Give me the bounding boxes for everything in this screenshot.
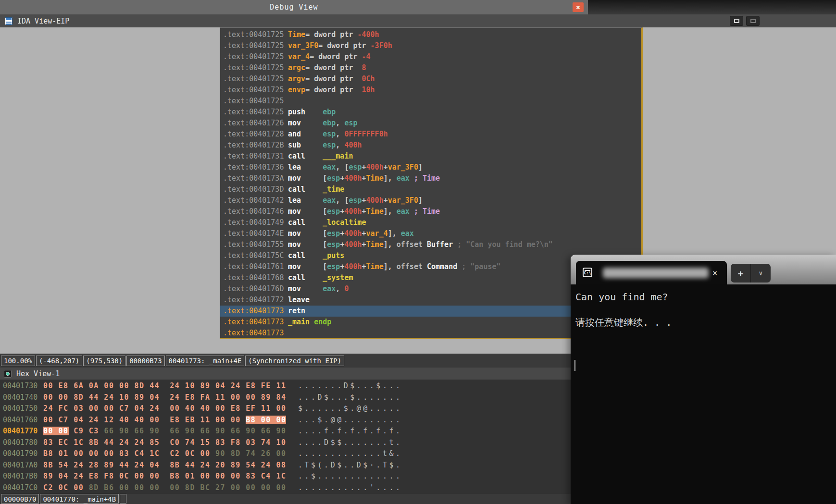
disasm-token: 10h bbox=[358, 86, 375, 94]
status-item: (Synchronized with EIP) bbox=[245, 356, 344, 366]
hex-bytes: 8B 54 24 28 89 44 24 04 8B 44 24 20 89 5… bbox=[43, 460, 298, 471]
disasm-token: ; Time bbox=[410, 207, 440, 216]
disasm-address: .text:00401725 bbox=[223, 74, 288, 85]
hex-ascii: ...$.@@......... bbox=[298, 415, 402, 426]
disasm-token: ], bbox=[384, 174, 397, 183]
disasm-line[interactable]: .text:00401726mov ebp, esp bbox=[220, 118, 641, 129]
disasm-token: = dword ptr bbox=[305, 74, 357, 83]
status-item: 00000B73 bbox=[126, 356, 164, 366]
disasm-token: lea bbox=[288, 163, 301, 172]
disasm-address: .text:00401742 bbox=[223, 195, 288, 206]
terminal-window[interactable]: C:\ × + ∨ Can you find me? 请按任意键继续. . . bbox=[571, 255, 836, 504]
disasm-token: envp bbox=[288, 86, 305, 94]
disasm-token: offset bbox=[397, 240, 427, 249]
disasm-token: leave bbox=[288, 295, 310, 304]
disasm-line[interactable]: .text:00401725Time= dword ptr -400h bbox=[220, 29, 641, 40]
disasm-line[interactable]: .text:0040172Bsub esp, 400h bbox=[220, 140, 641, 151]
disasm-address: .text:00401725 bbox=[223, 62, 288, 74]
terminal-tab[interactable]: C:\ × bbox=[576, 261, 727, 284]
terminal-newtab-group: + ∨ bbox=[731, 264, 771, 283]
tab-close-icon[interactable]: × bbox=[709, 267, 721, 279]
maximize-button[interactable] bbox=[730, 16, 743, 26]
disasm-token: 400h bbox=[366, 163, 384, 172]
disasm-line[interactable]: .text:00401725push ebp bbox=[220, 107, 641, 118]
disasm-line[interactable]: .text:00401725 bbox=[220, 96, 641, 107]
close-icon[interactable]: × bbox=[573, 2, 584, 12]
status-item: (975,530) bbox=[83, 356, 125, 366]
disasm-token: ], bbox=[384, 207, 397, 216]
disasm-token: 400h bbox=[344, 141, 362, 149]
background-terminal-titlebar[interactable]: O bbox=[588, 0, 836, 14]
disasm-token: Time bbox=[366, 207, 384, 216]
terminal-tab-bar[interactable]: C:\ × + ∨ bbox=[571, 255, 836, 284]
disasm-token: + bbox=[362, 174, 366, 183]
disasm-line[interactable]: .text:00401725argv= dword ptr 0Ch bbox=[220, 74, 641, 85]
disasm-address: .text:00401731 bbox=[223, 151, 288, 162]
disasm-token bbox=[305, 218, 323, 227]
disasm-token: call bbox=[288, 185, 305, 194]
disassembly-view-icon bbox=[5, 17, 12, 25]
disasm-line[interactable]: .text:00401725var_4= dword ptr -4 bbox=[220, 51, 641, 62]
disasm-line[interactable]: .text:00401736lea eax, [esp+400h+var_3F0… bbox=[220, 162, 641, 173]
hex-bytes: 00 00 8D 44 24 10 89 04 24 E8 FA 11 00 0… bbox=[43, 392, 298, 404]
disasm-token: = dword ptr bbox=[305, 30, 357, 39]
disasm-token bbox=[301, 141, 323, 149]
disasm-token: ] bbox=[418, 196, 423, 205]
disasm-token: argv bbox=[288, 74, 305, 83]
disasm-token: var_4 bbox=[288, 52, 310, 61]
disasm-line[interactable]: .text:00401755mov [esp+400h+Time], offse… bbox=[220, 239, 641, 250]
disasm-token: _main bbox=[288, 318, 310, 326]
hex-address: 00401740 bbox=[0, 392, 43, 404]
restore-button[interactable] bbox=[746, 16, 760, 26]
disasm-token: eax bbox=[323, 284, 336, 293]
status-item: 00401770: _main+4B bbox=[40, 494, 119, 504]
disasm-token: 400h bbox=[344, 207, 362, 216]
disasm-line[interactable]: .text:0040173Amov [esp+400h+Time], eax ;… bbox=[220, 173, 641, 184]
new-tab-button[interactable]: + bbox=[731, 264, 751, 283]
disasm-token: ], bbox=[384, 262, 397, 271]
disasm-token: eax bbox=[323, 163, 336, 172]
restore-icon bbox=[750, 19, 756, 23]
disasm-line[interactable]: .text:00401725envp= dword ptr 10h bbox=[220, 85, 641, 96]
disasm-line[interactable]: .text:00401725argc= dword ptr 8 bbox=[220, 62, 641, 74]
disasm-line[interactable]: .text:00401742lea eax, [esp+400h+var_3F0… bbox=[220, 195, 641, 206]
tab-dropdown-button[interactable]: ∨ bbox=[751, 264, 771, 283]
hex-view-title: Hex View-1 bbox=[16, 369, 60, 378]
disasm-line[interactable]: .text:00401728and esp, 0FFFFFFF0h bbox=[220, 129, 641, 140]
disasm-address: .text:0040172B bbox=[223, 140, 288, 151]
disasm-token: + bbox=[362, 163, 366, 172]
disasm-address: .text:00401749 bbox=[223, 217, 288, 228]
disasm-token: esp bbox=[349, 163, 362, 172]
debug-view-titlebar[interactable]: Debug View bbox=[0, 0, 588, 14]
disasm-token: ; Time bbox=[410, 174, 440, 183]
disasm-address: .text:00401725 bbox=[223, 29, 288, 40]
disasm-token: -4 bbox=[362, 52, 371, 61]
disasm-line[interactable]: .text:00401725var_3F0= dword ptr -3F0h bbox=[220, 40, 641, 51]
disasm-token: + bbox=[362, 196, 366, 205]
disasm-token: , bbox=[336, 141, 344, 149]
maximize-icon bbox=[734, 19, 739, 23]
disasm-line[interactable]: .text:00401746mov [esp+400h+Time], eax ;… bbox=[220, 206, 641, 217]
disasm-token: endp bbox=[314, 318, 331, 326]
disasm-line[interactable]: .text:00401731call ___main bbox=[220, 151, 641, 162]
disasm-token: Time bbox=[366, 240, 384, 249]
disasm-line[interactable]: .text:00401749call _localtime bbox=[220, 217, 641, 228]
disasm-line[interactable]: .text:0040173Dcall _time bbox=[220, 184, 641, 195]
disasm-token: esp bbox=[323, 130, 336, 138]
disasm-token: Command bbox=[427, 262, 457, 271]
disasm-address: .text:00401755 bbox=[223, 239, 288, 250]
terminal-output-line: 请按任意键继续. . . bbox=[575, 316, 836, 329]
disasm-token: esp bbox=[349, 196, 362, 205]
disasm-token: lea bbox=[288, 196, 301, 205]
hex-ascii: ...........'.... bbox=[298, 482, 402, 494]
disasm-token bbox=[301, 196, 323, 205]
hex-address: 004017A0 bbox=[0, 460, 43, 471]
disasm-token: ___main bbox=[323, 152, 353, 160]
disasm-token: mov bbox=[288, 262, 301, 271]
disasm-address: .text:00401736 bbox=[223, 162, 288, 173]
disasm-token: offset bbox=[397, 262, 427, 271]
disasm-line[interactable]: .text:0040174Emov [esp+400h+var_4], eax bbox=[220, 228, 641, 239]
terminal-content[interactable]: Can you find me? 请按任意键继续. . . bbox=[571, 284, 836, 504]
disasm-address: .text:00401725 bbox=[223, 96, 288, 107]
disasm-token: 400h bbox=[344, 229, 362, 238]
